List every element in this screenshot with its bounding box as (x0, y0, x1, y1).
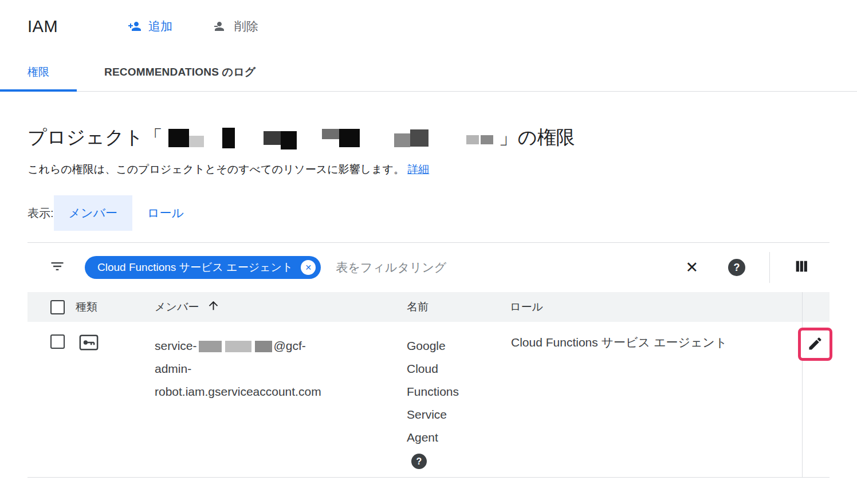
details-link[interactable]: 詳細 (407, 163, 429, 175)
redacted-block (466, 132, 493, 144)
add-member-label: 追加 (148, 18, 172, 34)
redacted-project-name (168, 129, 204, 147)
filter-chip-label: Cloud Functions サービス エージェント (97, 260, 293, 275)
member-email-part: admin- (155, 362, 191, 375)
view-members-toggle[interactable]: メンバー (54, 195, 132, 231)
redacted-block (264, 127, 297, 149)
remove-member-button[interactable]: 削除 (213, 18, 258, 34)
add-member-button[interactable]: 追加 (127, 18, 172, 34)
edit-highlight-box (798, 328, 832, 361)
help-icon[interactable]: ? (728, 259, 745, 276)
vertical-divider (769, 252, 770, 283)
actions-column-header (802, 292, 830, 322)
member-name-cell: Google Cloud Functions Service Agent ? (407, 322, 510, 469)
table-header-row: 種類 メンバー 名前 ロール (27, 292, 830, 322)
view-roles-toggle[interactable]: ロール (132, 195, 199, 231)
header-checkbox-cell (27, 300, 76, 314)
page-title-prefix: プロジェクト「 (27, 125, 163, 151)
app-title: IAM (27, 17, 58, 36)
row-actions-cell (802, 322, 830, 477)
column-display-icon[interactable] (793, 258, 810, 277)
member-email-part: robot.iam.gserviceaccount.com (155, 385, 321, 398)
tab-recommendations-log[interactable]: RECOMMENDATIONS のログ (77, 53, 283, 91)
filter-list-icon[interactable] (49, 258, 65, 277)
view-toggle-label: 表示: (27, 206, 54, 221)
main-content: プロジェクト「 」の権限 これらの権限は、このプロジェクトとそのすべ (0, 125, 857, 478)
person-remove-icon (213, 19, 229, 33)
clear-filter-icon[interactable]: ✕ (685, 260, 698, 275)
tab-recommendations-label: RECOMMENDATIONS のログ (104, 65, 255, 80)
column-header-name[interactable]: 名前 (407, 300, 510, 314)
description-text: これらの権限は、このプロジェクトとそのすべてのリソースに影響します。 (27, 163, 404, 175)
chip-remove-icon[interactable]: ✕ (301, 260, 316, 275)
tab-bar: 権限 RECOMMENDATIONS のログ (0, 53, 857, 92)
column-header-role[interactable]: ロール (510, 300, 802, 314)
redacted-block (322, 129, 360, 147)
redacted-block (199, 341, 222, 352)
filter-bar: Cloud Functions サービス エージェント ✕ ✕ ? (27, 243, 830, 292)
sort-ascending-icon[interactable] (207, 299, 220, 315)
tab-permissions-label: 権限 (27, 65, 49, 80)
table-row: service-@gcf- admin- robot.iam.gservicea… (27, 322, 830, 478)
redacted-block (394, 129, 428, 147)
edit-member-button[interactable] (807, 336, 823, 353)
redacted-block (255, 341, 272, 352)
member-email-part: service- (155, 339, 197, 352)
view-toggle: 表示: メンバー ロール (27, 195, 830, 231)
row-checkbox-cell (27, 322, 76, 352)
member-role-cell: Cloud Functions サービス エージェント (510, 322, 802, 351)
table-filter-input[interactable] (336, 261, 685, 274)
member-email-part: @gcf- (274, 339, 306, 352)
edit-pencil-icon (807, 336, 823, 353)
page-title: プロジェクト「 」の権限 (27, 125, 830, 151)
member-name: Google Cloud Functions Service Agent (407, 334, 477, 449)
column-header-type[interactable]: 種類 (76, 300, 155, 314)
permissions-description: これらの権限は、このプロジェクトとそのすべてのリソースに影響します。 詳細 (27, 162, 830, 177)
service-account-icon (79, 340, 99, 353)
remove-member-label: 削除 (234, 18, 258, 34)
filter-chip[interactable]: Cloud Functions サービス エージェント ✕ (85, 256, 321, 279)
iam-page: IAM 追加 削除 権限 RECOMMENDATIONS のログ プロジェクト「 (0, 0, 857, 478)
member-header-label: メンバー (155, 300, 199, 314)
tab-permissions[interactable]: 権限 (0, 53, 77, 91)
member-email-cell: service-@gcf- admin- robot.iam.gservicea… (155, 322, 407, 403)
page-title-suffix: 」の権限 (499, 125, 575, 151)
person-add-icon (127, 19, 143, 33)
name-help-icon[interactable]: ? (411, 454, 427, 469)
row-checkbox[interactable] (50, 334, 65, 349)
select-all-checkbox[interactable] (50, 300, 65, 314)
redacted-block (222, 128, 235, 148)
column-header-member[interactable]: メンバー (155, 299, 407, 315)
member-type-cell (76, 322, 155, 353)
header-bar: IAM 追加 削除 (0, 0, 857, 53)
redacted-block (225, 341, 251, 352)
